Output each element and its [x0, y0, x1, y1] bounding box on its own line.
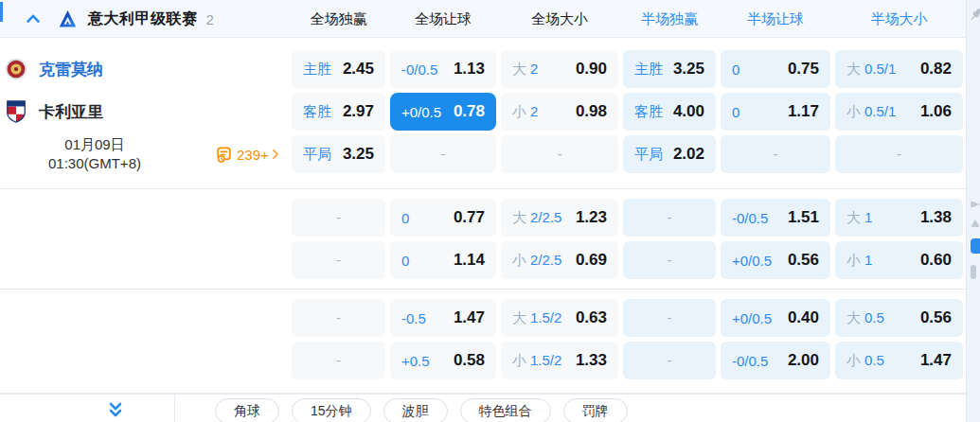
odds-cell[interactable]: 大2/2.51.23 [501, 199, 618, 237]
empty-odds-cell: - [292, 342, 385, 379]
home-team-crest-icon [5, 58, 27, 80]
empty-odds-cell: - [721, 135, 830, 173]
empty-odds-cell: - [623, 241, 716, 279]
odds-cell[interactable]: 大20.90 [501, 50, 618, 88]
odds-cell[interactable]: 小1.5/21.33 [501, 342, 618, 379]
odds-cell[interactable]: 小0.51.47 [835, 342, 963, 379]
odds-cell[interactable]: 大0.5/10.82 [835, 50, 963, 88]
empty-odds-cell: - [292, 199, 385, 237]
odds-cell[interactable]: 大11.38 [835, 199, 963, 237]
row-spacer [0, 299, 287, 337]
market-button[interactable]: 波胆 [383, 398, 448, 422]
home-team[interactable]: 克雷莫纳 [0, 50, 287, 88]
footer-divider-line [174, 395, 175, 422]
column-header: 半场让球 [721, 10, 830, 28]
empty-odds-cell: - [623, 199, 716, 237]
away-team-crest-icon [5, 100, 27, 123]
expand-more-icon[interactable] [106, 401, 125, 420]
odds-cell[interactable]: 客胜4.00 [623, 93, 716, 131]
collapse-chevron-icon[interactable] [25, 10, 42, 27]
odds-row-draw: 01月09日 01:30(GMT+8) 239+ 平局3.25--平局2.02-… [0, 135, 980, 173]
side-strip [966, 0, 980, 422]
odds-table: 意大利甲级联赛 2 全场独赢全场让球全场大小半场独赢半场让球半场大小 克雷莫纳 … [0, 0, 980, 422]
row-spacer [0, 342, 287, 379]
table-header: 意大利甲级联赛 2 全场独赢全场让球全场大小半场独赢半场让球半场大小 [0, 0, 980, 38]
empty-odds-cell: - [623, 342, 716, 379]
odds-row: --0.51.47大1.5/20.63-+0/0.50.40大0.50.56 [0, 299, 980, 337]
side-toolbar-fragment[interactable] [971, 220, 980, 227]
odds-cell[interactable]: 大1.5/20.63 [501, 299, 618, 337]
odds-row: -01.14小2/2.50.69-+0/0.50.56小10.60 [0, 241, 980, 279]
markets-list-icon [215, 146, 233, 164]
odds-cell[interactable]: 主胜3.25 [623, 50, 716, 88]
away-team[interactable]: 卡利亚里 [0, 93, 287, 131]
market-button[interactable]: 特色组合 [460, 398, 551, 422]
odds-cell[interactable]: 大0.50.56 [835, 299, 963, 337]
odds-cell[interactable]: 客胜2.97 [292, 93, 385, 131]
match-datetime: 01月09日 01:30(GMT+8) [5, 135, 185, 173]
odds-row-home: 克雷莫纳 主胜2.45-0/0.51.13大20.90主胜3.2500.75大0… [0, 50, 980, 88]
odds-cell[interactable]: 00.77 [390, 199, 496, 237]
empty-odds-cell: - [501, 135, 618, 173]
market-button[interactable]: 15分钟 [292, 398, 371, 422]
away-team-name: 卡利亚里 [39, 101, 103, 123]
odds-cell[interactable]: 00.75 [721, 50, 830, 88]
pin-icon[interactable] [968, 7, 980, 23]
more-markets-count: 239+ [237, 147, 269, 163]
odds-cell[interactable]: -0.51.47 [390, 299, 496, 337]
market-buttons: 角球15分钟波胆特色组合罚牌 [215, 398, 628, 422]
odds-cell[interactable]: 小2/2.50.69 [501, 241, 618, 279]
empty-odds-cell: - [390, 135, 496, 173]
odds-cell[interactable]: 01.14 [390, 241, 496, 279]
empty-odds-cell: - [292, 241, 385, 279]
column-header: 半场独赢 [623, 10, 716, 28]
side-toolbar-fragment[interactable] [971, 265, 976, 279]
odds-row-away: 卡利亚里 客胜2.97+0/0.50.78小20.98客胜4.0001.17小0… [0, 93, 980, 131]
column-header: 全场让球 [390, 10, 496, 28]
league-icon [58, 9, 78, 29]
odds-cell[interactable]: 平局3.25 [292, 135, 385, 173]
market-button[interactable]: 角球 [215, 398, 279, 422]
side-toolbar-fragment[interactable] [971, 238, 980, 254]
secondary-odds-block: -00.77大2/2.51.23--0/0.51.51大11.38 -01.14… [0, 189, 980, 289]
match-count: 2 [206, 11, 214, 27]
odds-cell[interactable]: +0.50.58 [390, 342, 496, 379]
empty-odds-cell: - [835, 135, 963, 173]
chevron-right-icon [269, 148, 282, 161]
row-spacer [0, 241, 287, 279]
home-team-name: 克雷莫纳 [39, 59, 103, 80]
odds-cell[interactable]: +0/0.50.40 [721, 299, 830, 337]
more-markets-link[interactable]: 239+ [215, 146, 282, 164]
odds-cell[interactable]: 主胜2.45 [292, 50, 385, 88]
selected-edge-accent [0, 2, 3, 22]
market-button[interactable]: 罚牌 [563, 398, 628, 422]
league-header: 意大利甲级联赛 2 [0, 0, 287, 38]
column-header: 全场大小 [501, 10, 618, 28]
side-toolbar-fragment[interactable] [971, 201, 980, 208]
match-date: 01月09日 [5, 135, 185, 154]
odds-row: -00.77大2/2.51.23--0/0.51.51大11.38 [0, 199, 980, 237]
odds-cell[interactable]: +0/0.50.56 [721, 241, 830, 279]
odds-cell[interactable]: +0/0.50.78 [390, 93, 496, 131]
odds-cell[interactable]: 01.17 [721, 93, 830, 131]
match-time: 01:30(GMT+8) [5, 154, 185, 173]
tertiary-odds-block: --0.51.47大1.5/20.63-+0/0.50.40大0.50.56 -… [0, 290, 980, 393]
odds-cell[interactable]: 平局2.02 [623, 135, 716, 173]
odds-cell[interactable]: 小10.60 [835, 241, 963, 279]
row-spacer [0, 199, 287, 237]
odds-cell[interactable]: -0/0.51.13 [390, 50, 496, 88]
odds-cell[interactable]: -0/0.52.00 [721, 342, 830, 379]
odds-row: -+0.50.58小1.5/21.33--0/0.52.00小0.51.47 [0, 342, 980, 379]
extra-markets-bar: 角球15分钟波胆特色组合罚牌 [0, 394, 980, 422]
match-meta: 01月09日 01:30(GMT+8) 239+ [0, 135, 287, 173]
odds-cell[interactable]: 小20.98 [501, 93, 618, 131]
column-header: 全场独赢 [292, 10, 385, 28]
odds-cell[interactable]: -0/0.51.51 [721, 199, 830, 237]
empty-odds-cell: - [292, 299, 385, 337]
league-title: 意大利甲级联赛 [88, 9, 198, 29]
column-header: 半场大小 [835, 10, 963, 28]
odds-cell[interactable]: 小0.5/11.06 [835, 93, 963, 131]
empty-odds-cell: - [623, 299, 716, 337]
match-block: 克雷莫纳 主胜2.45-0/0.51.13大20.90主胜3.2500.75大0… [0, 43, 980, 188]
